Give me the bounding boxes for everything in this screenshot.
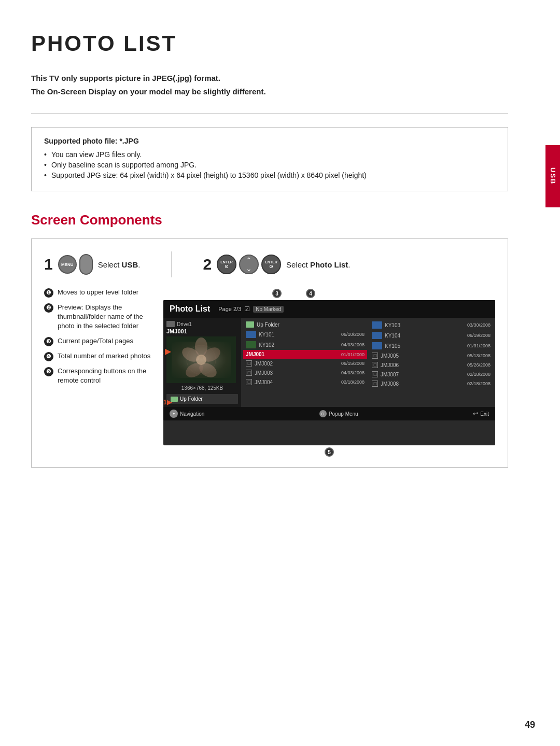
intro-line-1: This TV only supports picture in JPEG(.j… [31, 72, 508, 85]
step-1-buttons: MENU [58, 254, 93, 275]
annotation-4: ❹ Total number of marked photos [44, 351, 153, 361]
step-2-block: 2 ENTER ⊙ ⌃⌄ ENTER ⊙ Select Photo List. [203, 255, 350, 274]
callout-4: 4 [306, 289, 315, 298]
drive-icon [166, 321, 175, 327]
info-item-2: Only baseline scan is supported among JP… [44, 161, 495, 169]
file-name-ky103: KY103 [385, 322, 465, 328]
file-item-ky104: KY104 06/19/2008 [369, 330, 493, 341]
step-1-number: 1 [44, 257, 53, 272]
photo-header-info: Page 2/3 ☑ No Marked [218, 305, 284, 313]
file-item-ky105: KY105 01/31/2008 [369, 341, 493, 351]
file-name-jmj006: JMJ006 [381, 362, 465, 368]
step-1-label: Select USB. [98, 260, 141, 269]
nav-button-icon: ⌃⌄ [239, 255, 259, 274]
file-item-ky102: KY102 04/03/2008 [243, 340, 367, 350]
nav-navigation-label: Navigation [180, 411, 204, 417]
annotation-text-4: Total number of marked photos [58, 351, 150, 361]
file-name-jmj003: JMJ003 [255, 370, 339, 376]
info-box-title: Supported photo file: *.JPG [44, 137, 495, 145]
up-folder-icon [171, 397, 178, 402]
section-title: Screen Components [31, 212, 508, 228]
file-column-1: Up Folder KY101 06/10/2008 [243, 320, 367, 388]
file-name-ky104: KY104 [385, 333, 465, 339]
file-item-jmj005: ☐ JMJ005 05/13/2008 [369, 351, 493, 360]
thumb-ky104 [372, 332, 382, 339]
file-name-jmj007: JMJ007 [381, 372, 465, 377]
photo-ui-header: Photo List Page 2/3 ☑ No Marked [163, 300, 495, 318]
annotation-num-2: ❷ [44, 303, 53, 313]
step-2-label: Select Photo List. [286, 260, 350, 269]
screenshot-wrapper: 3 4 Photo List Page 2/3 ☑ [163, 288, 495, 457]
divider [31, 114, 508, 114]
page-title: PHOTO LIST [31, 31, 508, 56]
annotation-2: ❷ Preview: Displays the thumbnail/folder… [44, 303, 153, 331]
annotation-3: ❸ Current page/Total pages [44, 336, 153, 346]
svg-point-1 [187, 345, 216, 374]
check-jmj003: ☐ [246, 370, 252, 376]
date-ky105: 01/31/2008 [467, 343, 491, 348]
file-item-jmj002: ☐ JMJ002 06/15/2008 [243, 359, 367, 368]
exit-icon: ↩ [473, 410, 478, 417]
bottom-area: ❶ Moves to upper level folder ❷ Preview:… [44, 288, 495, 457]
nav-bar: ✦ Navigation ⊙ Popup Menu ↩ Exit [163, 407, 495, 420]
annotations-list: ❶ Moves to upper level folder ❷ Preview:… [44, 288, 153, 457]
info-box: Supported photo file: *.JPG You can view… [31, 127, 508, 191]
popup-label: Popup Menu [329, 411, 358, 417]
thumb-ky105 [372, 342, 382, 349]
check-jmj007: ☐ [372, 371, 378, 377]
info-item-1: You can view JPG files only. [44, 150, 495, 159]
file-item-jmj007: ☐ JMJ007 02/18/2008 [369, 370, 493, 379]
annotation-text-1: Moves to upper level folder [58, 288, 138, 297]
file-item-jmj008: ☐ JMJ008 02/18/2008 [369, 379, 493, 388]
svg-point-6 [179, 345, 202, 365]
steps-row: 1 MENU Select USB. 2 ENTER ⊙ ⌃⌄ [44, 251, 495, 277]
up-folder-bar: Up Folder [166, 394, 238, 404]
drive-name: Drive1 [177, 321, 192, 327]
up-folder-label: Up Folder [180, 396, 203, 402]
step-2-number: 2 [203, 257, 212, 272]
date-jmj006: 05/26/2008 [467, 362, 491, 368]
photo-ui: Photo List Page 2/3 ☑ No Marked [163, 300, 495, 420]
arrow-marker-1: 1▶ [163, 399, 172, 406]
file-name-ky105: KY105 [385, 343, 465, 349]
menu-button-icon: MENU [58, 255, 77, 274]
sidebar-tab-label: USB [549, 167, 557, 185]
file-name-jmj002: JMJ002 [255, 361, 339, 367]
nav-navigation: ✦ Navigation [170, 410, 204, 418]
file-item-ky101: KY101 06/10/2008 [243, 329, 367, 340]
svg-point-2 [195, 337, 207, 356]
annotation-text-2: Preview: Displays the thumbnail/folder n… [58, 303, 153, 331]
check-jmj002: ☐ [246, 360, 252, 367]
page-number: 49 [525, 720, 535, 730]
svg-point-5 [183, 360, 205, 381]
nav-popup: ⊙ Popup Menu [319, 410, 358, 417]
date-ky102: 04/03/2008 [341, 342, 365, 347]
preview-image [166, 336, 236, 383]
date-jmj008: 02/18/2008 [467, 381, 491, 386]
file-name-jmj005: JMJ005 [381, 353, 465, 359]
file-item-jmj006: ☐ JMJ006 05/26/2008 [369, 360, 493, 370]
up-folder-section: Up Folder 1▶ [166, 394, 238, 404]
enter-button-2-icon: ENTER ⊙ [261, 255, 281, 274]
check-jmj006: ☐ [372, 362, 378, 368]
date-ky103: 03/30/2008 [467, 322, 491, 328]
screen-components-box: 1 MENU Select USB. 2 ENTER ⊙ ⌃⌄ [31, 238, 508, 468]
enter-button-icon: ENTER ⊙ [217, 255, 236, 274]
annotation-text-5: Corresponding buttons on the remote cont… [58, 367, 153, 385]
file-name-jmj004: JMJ004 [255, 379, 339, 385]
nav-icon: ✦ [170, 410, 178, 418]
date-jmj005: 05/13/2008 [467, 353, 491, 358]
usb-sidebar-tab: USB [545, 145, 560, 207]
preview-filename: JMJ001 [166, 328, 238, 334]
check-jmj005: ☐ [372, 353, 378, 359]
folder-thumb [246, 321, 254, 328]
nav-oval-icon [79, 254, 93, 275]
date-ky101: 06/10/2008 [341, 332, 365, 337]
file-name-upfolder: Up Folder [257, 322, 365, 328]
info-item-3: Supported JPG size: 64 pixel (width) x 6… [44, 171, 495, 179]
annotation-num-4: ❹ [44, 352, 53, 361]
photo-ui-body: Drive1 JMJ001 [163, 318, 495, 407]
date-jmj002: 06/15/2008 [341, 361, 365, 366]
step-2-buttons: ENTER ⊙ ⌃⌄ ENTER ⊙ [217, 255, 281, 274]
annotation-num-5: ❺ [44, 367, 53, 376]
